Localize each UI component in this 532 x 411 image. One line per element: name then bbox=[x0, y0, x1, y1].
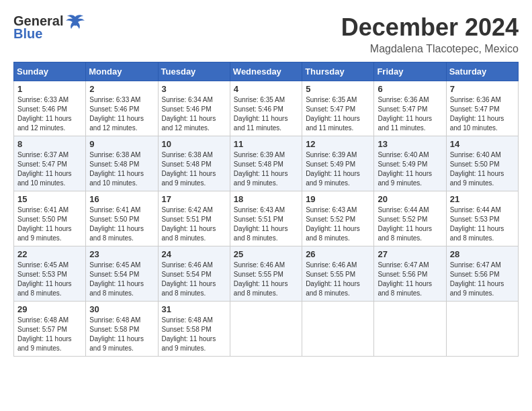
calendar-week-3: 15Sunrise: 6:41 AM Sunset: 5:50 PM Dayli… bbox=[14, 191, 519, 246]
calendar-cell: 26Sunrise: 6:46 AM Sunset: 5:55 PM Dayli… bbox=[302, 246, 374, 302]
day-number: 5 bbox=[306, 84, 370, 94]
day-info: Sunrise: 6:45 AM Sunset: 5:54 PM Dayligh… bbox=[89, 261, 154, 298]
calendar-cell: 23Sunrise: 6:45 AM Sunset: 5:54 PM Dayli… bbox=[86, 246, 158, 302]
calendar-cell: 19Sunrise: 6:43 AM Sunset: 5:52 PM Dayli… bbox=[302, 191, 374, 246]
calendar-cell: 29Sunrise: 6:48 AM Sunset: 5:57 PM Dayli… bbox=[14, 302, 86, 357]
calendar-cell bbox=[374, 302, 446, 357]
day-info: Sunrise: 6:44 AM Sunset: 5:53 PM Dayligh… bbox=[450, 205, 515, 243]
calendar-cell: 11Sunrise: 6:39 AM Sunset: 5:48 PM Dayli… bbox=[230, 136, 302, 191]
calendar-cell: 6Sunrise: 6:36 AM Sunset: 5:47 PM Daylig… bbox=[374, 81, 446, 136]
weekday-header-sunday: Sunday bbox=[14, 62, 86, 81]
logo: General Blue bbox=[13, 13, 85, 42]
day-number: 24 bbox=[162, 249, 226, 259]
day-info: Sunrise: 6:33 AM Sunset: 5:46 PM Dayligh… bbox=[17, 95, 82, 133]
day-number: 3 bbox=[162, 84, 226, 94]
day-number: 27 bbox=[378, 249, 442, 259]
day-info: Sunrise: 6:36 AM Sunset: 5:47 PM Dayligh… bbox=[450, 95, 515, 133]
weekday-header-thursday: Thursday bbox=[302, 62, 374, 81]
title-block: December 2024 Magdalena Tlacotepec, Mexi… bbox=[341, 13, 519, 55]
day-info: Sunrise: 6:46 AM Sunset: 5:55 PM Dayligh… bbox=[306, 261, 370, 298]
day-number: 16 bbox=[89, 194, 154, 204]
calendar-cell: 30Sunrise: 6:48 AM Sunset: 5:58 PM Dayli… bbox=[86, 302, 158, 357]
day-info: Sunrise: 6:43 AM Sunset: 5:51 PM Dayligh… bbox=[234, 205, 298, 243]
weekday-header-saturday: Saturday bbox=[446, 62, 518, 81]
calendar-cell: 20Sunrise: 6:44 AM Sunset: 5:52 PM Dayli… bbox=[374, 191, 446, 246]
day-info: Sunrise: 6:46 AM Sunset: 5:55 PM Dayligh… bbox=[234, 261, 298, 298]
calendar-cell: 24Sunrise: 6:46 AM Sunset: 5:54 PM Dayli… bbox=[158, 246, 230, 302]
calendar-week-1: 1Sunrise: 6:33 AM Sunset: 5:46 PM Daylig… bbox=[14, 81, 519, 136]
day-number: 9 bbox=[89, 139, 154, 149]
day-number: 21 bbox=[450, 194, 515, 204]
calendar-cell: 9Sunrise: 6:38 AM Sunset: 5:48 PM Daylig… bbox=[86, 136, 158, 191]
day-info: Sunrise: 6:41 AM Sunset: 5:50 PM Dayligh… bbox=[17, 205, 82, 243]
day-info: Sunrise: 6:39 AM Sunset: 5:48 PM Dayligh… bbox=[234, 150, 298, 188]
day-info: Sunrise: 6:40 AM Sunset: 5:49 PM Dayligh… bbox=[378, 150, 442, 188]
day-info: Sunrise: 6:33 AM Sunset: 5:46 PM Dayligh… bbox=[89, 95, 154, 133]
day-info: Sunrise: 6:34 AM Sunset: 5:46 PM Dayligh… bbox=[162, 95, 226, 133]
day-number: 12 bbox=[306, 139, 370, 149]
day-info: Sunrise: 6:46 AM Sunset: 5:54 PM Dayligh… bbox=[162, 261, 226, 298]
day-number: 14 bbox=[450, 139, 515, 149]
calendar-cell: 22Sunrise: 6:45 AM Sunset: 5:53 PM Dayli… bbox=[14, 246, 86, 302]
calendar-cell: 12Sunrise: 6:39 AM Sunset: 5:49 PM Dayli… bbox=[302, 136, 374, 191]
calendar-cell: 25Sunrise: 6:46 AM Sunset: 5:55 PM Dayli… bbox=[230, 246, 302, 302]
day-number: 20 bbox=[378, 194, 442, 204]
calendar-cell bbox=[302, 302, 374, 357]
day-number: 15 bbox=[17, 194, 82, 204]
day-number: 23 bbox=[89, 249, 154, 259]
day-number: 18 bbox=[234, 194, 298, 204]
calendar-cell bbox=[230, 302, 302, 357]
calendar-body: 1Sunrise: 6:33 AM Sunset: 5:46 PM Daylig… bbox=[14, 81, 519, 357]
calendar-cell: 14Sunrise: 6:40 AM Sunset: 5:50 PM Dayli… bbox=[446, 136, 518, 191]
day-number: 28 bbox=[450, 249, 515, 259]
day-number: 30 bbox=[89, 304, 154, 314]
location-subtitle: Magdalena Tlacotepec, Mexico bbox=[341, 43, 519, 55]
calendar-cell: 7Sunrise: 6:36 AM Sunset: 5:47 PM Daylig… bbox=[446, 81, 518, 136]
day-info: Sunrise: 6:43 AM Sunset: 5:52 PM Dayligh… bbox=[306, 205, 370, 243]
calendar-cell bbox=[446, 302, 518, 357]
calendar-cell: 27Sunrise: 6:47 AM Sunset: 5:56 PM Dayli… bbox=[374, 246, 446, 302]
day-number: 26 bbox=[306, 249, 370, 259]
day-info: Sunrise: 6:48 AM Sunset: 5:58 PM Dayligh… bbox=[89, 316, 154, 353]
day-info: Sunrise: 6:41 AM Sunset: 5:50 PM Dayligh… bbox=[89, 205, 154, 243]
day-info: Sunrise: 6:48 AM Sunset: 5:57 PM Dayligh… bbox=[17, 316, 82, 353]
calendar-cell: 15Sunrise: 6:41 AM Sunset: 5:50 PM Dayli… bbox=[14, 191, 86, 246]
day-number: 13 bbox=[378, 139, 442, 149]
calendar-cell: 2Sunrise: 6:33 AM Sunset: 5:46 PM Daylig… bbox=[86, 81, 158, 136]
day-info: Sunrise: 6:35 AM Sunset: 5:47 PM Dayligh… bbox=[306, 95, 370, 133]
day-info: Sunrise: 6:45 AM Sunset: 5:53 PM Dayligh… bbox=[17, 261, 82, 298]
day-info: Sunrise: 6:40 AM Sunset: 5:50 PM Dayligh… bbox=[450, 150, 515, 188]
calendar-week-4: 22Sunrise: 6:45 AM Sunset: 5:53 PM Dayli… bbox=[14, 246, 519, 302]
day-info: Sunrise: 6:38 AM Sunset: 5:48 PM Dayligh… bbox=[89, 150, 154, 188]
day-number: 6 bbox=[378, 84, 442, 94]
day-number: 19 bbox=[306, 194, 370, 204]
calendar-cell: 16Sunrise: 6:41 AM Sunset: 5:50 PM Dayli… bbox=[86, 191, 158, 246]
weekday-header-friday: Friday bbox=[374, 62, 446, 81]
day-number: 1 bbox=[17, 84, 82, 94]
calendar-cell: 10Sunrise: 6:38 AM Sunset: 5:48 PM Dayli… bbox=[158, 136, 230, 191]
calendar-cell: 21Sunrise: 6:44 AM Sunset: 5:53 PM Dayli… bbox=[446, 191, 518, 246]
day-info: Sunrise: 6:36 AM Sunset: 5:47 PM Dayligh… bbox=[378, 95, 442, 133]
day-info: Sunrise: 6:37 AM Sunset: 5:47 PM Dayligh… bbox=[17, 150, 82, 188]
day-number: 10 bbox=[162, 139, 226, 149]
calendar-cell: 3Sunrise: 6:34 AM Sunset: 5:46 PM Daylig… bbox=[158, 81, 230, 136]
calendar-week-2: 8Sunrise: 6:37 AM Sunset: 5:47 PM Daylig… bbox=[14, 136, 519, 191]
weekday-header-tuesday: Tuesday bbox=[158, 62, 230, 81]
day-number: 8 bbox=[17, 139, 82, 149]
logo-bird-icon bbox=[66, 14, 85, 29]
page-header: General Blue December 2024 Magdalena Tla… bbox=[13, 13, 519, 55]
calendar-cell: 17Sunrise: 6:42 AM Sunset: 5:51 PM Dayli… bbox=[158, 191, 230, 246]
month-title: December 2024 bbox=[341, 13, 519, 42]
calendar-cell: 4Sunrise: 6:35 AM Sunset: 5:46 PM Daylig… bbox=[230, 81, 302, 136]
calendar-table: SundayMondayTuesdayWednesdayThursdayFrid… bbox=[13, 62, 519, 357]
day-number: 17 bbox=[162, 194, 226, 204]
day-info: Sunrise: 6:47 AM Sunset: 5:56 PM Dayligh… bbox=[378, 261, 442, 298]
day-number: 11 bbox=[234, 139, 298, 149]
logo-blue-text: Blue bbox=[13, 26, 42, 42]
day-info: Sunrise: 6:44 AM Sunset: 5:52 PM Dayligh… bbox=[378, 205, 442, 243]
weekday-header-wednesday: Wednesday bbox=[230, 62, 302, 81]
calendar-cell: 1Sunrise: 6:33 AM Sunset: 5:46 PM Daylig… bbox=[14, 81, 86, 136]
day-number: 25 bbox=[234, 249, 298, 259]
day-info: Sunrise: 6:48 AM Sunset: 5:58 PM Dayligh… bbox=[162, 316, 226, 353]
day-number: 2 bbox=[89, 84, 154, 94]
